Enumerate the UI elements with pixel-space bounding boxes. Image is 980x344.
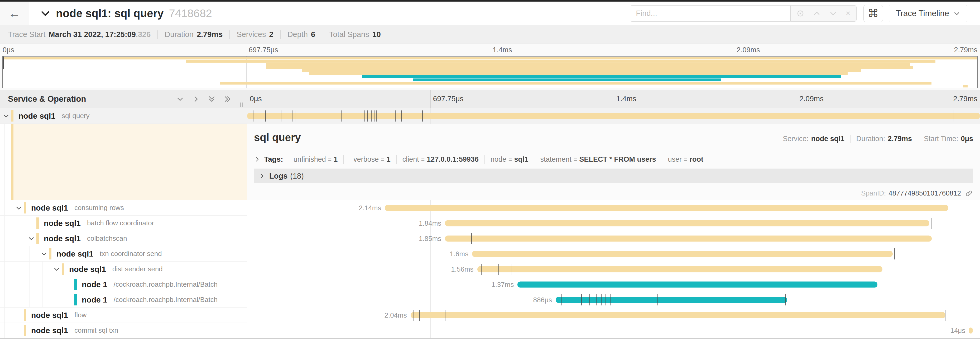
view-selector-button[interactable]: Trace Timeline xyxy=(889,5,967,22)
span-bar[interactable] xyxy=(477,266,883,272)
span-row-timeline-cell[interactable]: 1.37ms xyxy=(247,277,980,292)
next-result-icon[interactable] xyxy=(825,10,841,18)
focus-match-icon[interactable] xyxy=(792,10,808,18)
span-row[interactable]: node sql1commit sql txn14μs xyxy=(0,323,980,338)
chevron-down-icon[interactable] xyxy=(15,205,22,211)
span-row-name-cell[interactable]: node sql1colbatchscan xyxy=(0,231,247,246)
span-bar[interactable] xyxy=(556,297,787,303)
span-row-name-cell[interactable]: node sql1batch flow coordinator xyxy=(0,216,247,231)
span-row-name-cell[interactable]: node sql1consuming rows xyxy=(0,200,247,216)
back-button[interactable]: ← xyxy=(0,2,29,25)
span-bar[interactable] xyxy=(517,282,877,288)
span-id-row: SpanID: 4877749850101760812 xyxy=(861,189,973,197)
tree-guide-line xyxy=(55,277,55,292)
summary-value-suffix: .326 xyxy=(136,30,151,39)
span-row-name-cell[interactable]: node sql1flow xyxy=(0,307,247,323)
span-bar[interactable] xyxy=(969,328,973,334)
span-row-timeline-cell[interactable]: 1.85ms xyxy=(247,231,980,246)
start-time-label: Start Time: xyxy=(924,135,958,143)
chevron-down-icon[interactable] xyxy=(53,266,60,273)
span-bar[interactable] xyxy=(247,113,980,119)
span-row[interactable]: node sql1sql query xyxy=(0,108,980,124)
summary-divider xyxy=(280,30,281,39)
tag-divider xyxy=(662,155,662,164)
chevron-down-icon[interactable] xyxy=(41,250,48,258)
span-row-timeline-cell[interactable] xyxy=(247,108,980,124)
expand-one-icon[interactable] xyxy=(192,95,200,103)
minimap-drag-handle[interactable] xyxy=(3,56,4,69)
service-color-bar xyxy=(24,325,26,336)
span-log-tick xyxy=(414,310,414,321)
span-row[interactable]: node sql1dist sender send1.56ms xyxy=(0,262,980,277)
span-bar[interactable] xyxy=(445,236,931,242)
span-row-name-cell[interactable]: node sql1dist sender send xyxy=(0,262,247,277)
span-row[interactable]: node sql1batch flow coordinator1.84ms xyxy=(0,216,980,231)
span-log-tick xyxy=(945,310,945,321)
span-bar[interactable] xyxy=(445,220,929,226)
chevron-down-icon[interactable] xyxy=(28,235,35,242)
span-row-timeline-cell[interactable]: 1.84ms xyxy=(247,216,980,231)
service-operation-label: Service & Operation xyxy=(8,94,86,104)
minimap-span-bar xyxy=(266,66,913,69)
span-row-timeline-cell[interactable]: 1.6ms xyxy=(247,246,980,262)
clear-search-icon[interactable]: × xyxy=(841,8,855,18)
span-row[interactable]: node 1/cockroach.roachpb.Internal/Batch8… xyxy=(0,292,980,307)
expand-all-icon[interactable] xyxy=(224,95,232,103)
span-log-tick xyxy=(606,294,606,306)
copy-link-icon[interactable] xyxy=(965,190,973,197)
span-row-timeline-cell[interactable]: 1.56ms xyxy=(247,262,980,277)
tree-controls xyxy=(176,95,232,103)
span-row-name-cell[interactable]: node 1/cockroach.roachpb.Internal/Batch xyxy=(0,292,247,307)
keyboard-shortcuts-button[interactable]: ⌘ xyxy=(864,5,883,22)
logs-toggle[interactable]: Logs (18) xyxy=(254,168,973,183)
find-input[interactable] xyxy=(630,5,791,22)
column-resizer-grip[interactable] xyxy=(240,102,243,107)
span-row-name-cell[interactable]: node 1/cockroach.roachpb.Internal/Batch xyxy=(0,277,247,292)
span-detail-panel: sql query Service: node sql1 Duration: 2… xyxy=(0,124,980,200)
span-bar[interactable] xyxy=(410,312,946,318)
span-row[interactable]: node sql1consuming rows2.14ms xyxy=(0,200,980,216)
span-row-timeline-cell[interactable]: 886μs xyxy=(247,292,980,307)
ruler-tick-label: 2.09ms xyxy=(797,94,824,103)
tag-key: _verbose xyxy=(350,155,379,163)
span-row-timeline-cell[interactable]: 2.14ms xyxy=(247,200,980,216)
tree-guide-line xyxy=(17,231,17,246)
span-log-tick xyxy=(956,110,956,122)
span-row-name-cell[interactable]: node sql1sql query xyxy=(0,108,247,124)
span-bar[interactable] xyxy=(385,205,948,211)
span-log-tick xyxy=(401,110,402,122)
collapse-one-icon[interactable] xyxy=(176,95,184,103)
span-log-tick xyxy=(281,110,282,122)
minimap-row xyxy=(3,72,977,75)
collapse-header-chevron[interactable] xyxy=(40,8,51,19)
tree-guide-line xyxy=(17,292,17,307)
view-selector-label: Trace Timeline xyxy=(896,9,949,18)
tag-key: user xyxy=(668,155,682,163)
span-row[interactable]: node sql1flow2.04ms xyxy=(0,307,980,323)
span-row[interactable]: node sql1colbatchscan1.85ms xyxy=(0,231,980,246)
collapse-all-icon[interactable] xyxy=(208,95,216,103)
tree-guide-line xyxy=(55,292,55,307)
operation-name: /cockroach.roachpb.Internal/Batch xyxy=(114,280,218,288)
span-duration-label: 1.37ms xyxy=(491,281,517,289)
minimap-canvas[interactable] xyxy=(2,56,978,88)
minimap-row xyxy=(3,75,977,78)
span-row[interactable]: node 1/cockroach.roachpb.Internal/Batch1… xyxy=(0,277,980,292)
span-row-name-cell[interactable]: node sql1txn coordinator send xyxy=(0,246,247,262)
span-log-tick xyxy=(512,264,512,275)
service-value: node sql1 xyxy=(811,135,845,143)
logs-count: (18) xyxy=(290,172,304,181)
span-row-timeline-cell[interactable]: 2.04ms xyxy=(247,307,980,323)
timeline-ruler: 0μs697.75μs1.4ms2.09ms2.79ms xyxy=(247,90,980,108)
span-row-name-cell[interactable]: node sql1commit sql txn xyxy=(0,323,247,338)
minimap-span-bar xyxy=(220,82,931,85)
chevron-down-icon[interactable] xyxy=(3,112,10,119)
span-bar[interactable] xyxy=(472,251,893,257)
service-name: node sql1 xyxy=(19,112,56,120)
span-log-tick xyxy=(265,110,266,122)
span-row-timeline-cell[interactable]: 14μs xyxy=(247,323,980,338)
tags-row[interactable]: Tags: _unfinished=1_verbose=1client=127.… xyxy=(247,149,980,164)
minimap-span-bar xyxy=(309,72,848,75)
span-row[interactable]: node sql1txn coordinator send1.6ms xyxy=(0,246,980,262)
prev-result-icon[interactable] xyxy=(808,10,825,18)
